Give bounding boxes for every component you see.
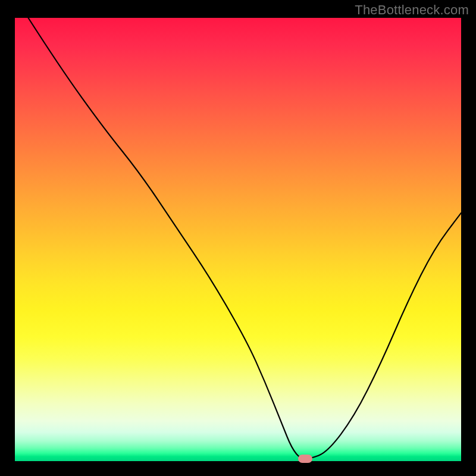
bottleneck-curve <box>15 18 461 461</box>
plot-area <box>15 18 461 461</box>
watermark-text: TheBottleneck.com <box>355 2 469 18</box>
optimum-marker <box>298 455 312 463</box>
chart-frame: TheBottleneck.com <box>0 0 476 476</box>
